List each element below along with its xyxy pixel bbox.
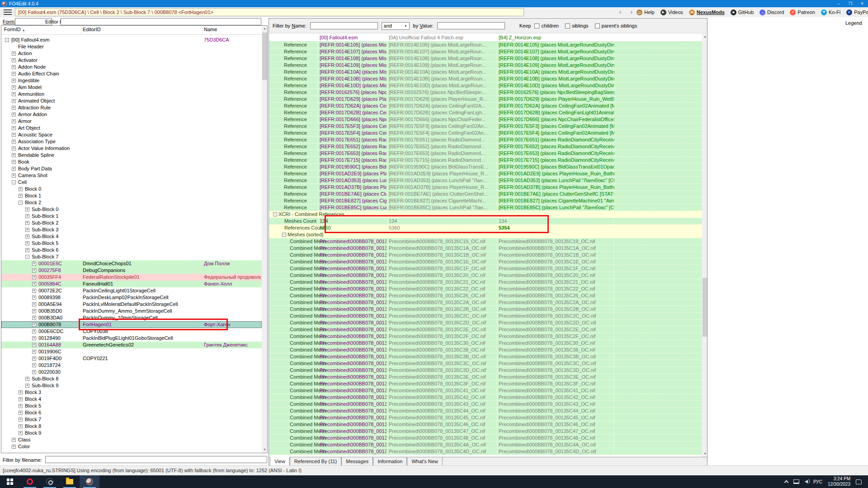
tree-row[interactable]: +000275F8DebugCompanions [1,267,262,274]
combined-mesh-row[interactable]: Combined MeshPrecombined\000BB078_00135C… [269,286,702,292]
breadcrumb[interactable]: [00] Fallout4.esm (75D3D6CA) \ Cell \ Bl… [15,8,524,16]
expand-icon[interactable]: + [32,262,36,266]
expand-icon[interactable]: + [12,438,16,442]
tree-row[interactable]: +Body Part Data [1,165,262,172]
tree-row[interactable]: +Block 1 [1,192,262,199]
keep-option-siblings[interactable]: siblings [565,23,589,28]
tree-row[interactable]: +Activator [1,57,262,64]
expand-icon[interactable]: + [12,106,16,110]
tree-row[interactable]: -[00] Fallout4.esm75D3D6CA [1,37,262,43]
expand-icon[interactable]: + [19,431,23,435]
scroll-up-icon[interactable]: ▲ [262,26,268,32]
expand-icon[interactable]: + [32,289,36,293]
expand-icon[interactable]: + [12,445,16,449]
combined-mesh-row[interactable]: Combined MeshPrecombined\000BB078_00135C… [269,279,702,286]
tree-row[interactable]: +Actor Value Information [1,145,262,152]
reference-row[interactable]: Reference[REFR:0014E10D] (places MistLar… [269,82,702,89]
expand-icon[interactable]: + [12,133,16,137]
combined-mesh-row[interactable]: Combined MeshPrecombined\000BB078_00135C… [269,333,702,340]
tree-row[interactable]: +Class [1,436,262,443]
link-nexusmods[interactable]: NNexusMods [689,9,725,15]
combined-mesh-row[interactable]: Combined MeshPrecombined\000BB078_00135C… [269,313,702,319]
expand-icon[interactable]: + [12,113,16,117]
combined-mesh-row[interactable]: Combined MeshPrecombined\000BB078_00135C… [269,238,702,245]
tray-overflow-icon[interactable] [784,480,788,485]
combined-mesh-row[interactable]: Combined MeshPrecombined\000BB078_00135C… [269,414,702,421]
expand-icon[interactable]: + [32,282,36,286]
tree-row[interactable]: +Block 6 [1,409,262,416]
start-button[interactable] [0,475,20,488]
reference-row[interactable]: Reference[REFR:00162576] (places NpcBed.… [269,89,702,96]
expand-icon[interactable]: + [25,207,29,211]
combined-mesh-row[interactable]: Combined MeshPrecombined\000BB078_00135C… [269,428,702,435]
link-github[interactable]: ◉GitHub [731,9,754,15]
tree-row[interactable]: +Block 7 [1,416,262,423]
clock[interactable]: 3:24 PM 12/30/2023 [828,476,850,487]
expand-icon[interactable]: + [19,404,23,408]
scroll-down-icon[interactable]: ▼ [262,447,268,453]
tree-row[interactable]: +00164A88GreenetechGenetics02Гринтек Дже… [1,342,262,348]
expand-icon[interactable]: + [12,160,16,164]
combined-mesh-row[interactable]: Combined MeshPrecombined\000BB078_00135C… [269,258,702,265]
tree-row[interactable]: +0019906C [1,348,262,355]
reference-row[interactable]: Reference[REFR:0017D666] (places NpcCha.… [269,116,702,123]
reference-row[interactable]: Reference[REFR:001AD37B] (places Player.… [269,184,702,191]
tree-row[interactable]: +00035FF4FederalRationStockpile01Федерал… [1,274,262,281]
reference-row[interactable]: Reference[REFR:0017D62B] (places Ceiling… [269,109,702,116]
expand-icon[interactable]: + [12,126,16,130]
expand-icon[interactable]: + [32,323,36,327]
collapse-icon[interactable]: - [282,233,286,237]
combined-mesh-row[interactable]: Combined MeshPrecombined\000BB078_00135C… [269,367,702,374]
expand-icon[interactable]: + [25,221,29,225]
combined-mesh-row[interactable]: Combined MeshPrecombined\000BB078_00135C… [269,265,702,272]
expand-icon[interactable]: + [19,418,23,422]
expand-icon[interactable]: + [12,146,16,150]
expand-icon[interactable]: + [12,174,16,178]
reference-row[interactable]: Reference[REFR:0019590C] (places BldGlas… [269,164,702,170]
collapse-icon[interactable]: - [12,180,16,184]
tree-row[interactable]: +Sub-Block 0 [1,206,262,213]
expand-icon[interactable]: + [12,79,16,83]
tree-row[interactable]: +Block 0 [1,186,262,192]
combined-mesh-row[interactable]: Combined MeshPrecombined\000BB078_00135C… [269,326,702,333]
tree-scrollbar[interactable]: ▲ ▼ [262,26,268,453]
reference-row[interactable]: Reference[REFR:001BE85C] (places LunchP.… [269,204,702,211]
filter-join-select[interactable]: and▼ [382,22,410,30]
expand-icon[interactable]: + [12,99,16,103]
volume-icon[interactable] [805,480,808,483]
reference-row[interactable]: Reference[REFR:001BE827] (places Cigaret… [269,197,702,204]
link-discord[interactable]: ◖Discord [760,9,784,15]
expand-icon[interactable]: + [12,140,16,144]
tree-row[interactable]: +Art Object [1,125,262,131]
tree-row[interactable]: +Sub-Block 6 [1,247,262,253]
expand-icon[interactable]: + [12,58,16,62]
tree-row[interactable]: +Audio Effect Chain [1,70,262,77]
nav-forward-icon[interactable]: › [627,8,636,16]
column-fallout4-esm[interactable]: [00] Fallout4.esm [320,34,358,41]
column-ufo4p-esp[interactable]: [0A] Unofficial Fallout 4 Patch.esp [389,34,463,41]
expand-icon[interactable]: + [32,350,36,354]
expand-icon[interactable]: + [32,275,36,279]
expand-icon[interactable]: + [32,329,36,333]
tree-row[interactable]: +Aim Model [1,84,262,91]
tree-row[interactable]: +Association Type [1,138,262,145]
tree-row[interactable]: +Attraction Rule [1,104,262,111]
tree-row[interactable]: +Sub-Block 5 [1,240,262,247]
tree-row[interactable]: +00218724 [1,362,262,369]
close-button[interactable]: ✕ [856,0,868,7]
reference-row[interactable]: Reference[REFR:0014E109] (places MistLar… [269,62,702,69]
combined-mesh-row[interactable]: Combined MeshPrecombined\000BB078_00135C… [269,380,702,387]
combined-mesh-row[interactable]: Combined MeshPrecombined\000BB078_00135C… [269,340,702,347]
expand-icon[interactable]: + [12,167,16,171]
scrollbar-thumb[interactable] [703,278,708,337]
reference-row[interactable]: Reference[REFR:0017E653] (places RadioDi… [269,150,702,157]
link-paypal[interactable]: PPayPal [846,9,868,15]
combined-mesh-row[interactable]: Combined MeshPrecombined\000BB078_00135C… [269,387,702,394]
reference-row[interactable]: Reference[REFR:0017D62A] (places Ceiling… [269,103,702,109]
checkbox-icon[interactable] [565,23,570,28]
combined-mesh-row[interactable]: Combined MeshPrecombined\000BB078_00135C… [269,435,702,441]
combined-mesh-row[interactable]: Combined MeshPrecombined\000BB078_00135C… [269,441,702,448]
tree-row[interactable]: +Color [1,443,262,450]
reference-row[interactable]: Reference[REFR:001AD353] (places LunchP.… [269,177,702,184]
combined-mesh-row[interactable]: Combined MeshPrecombined\000BB078_00135C… [269,421,702,428]
